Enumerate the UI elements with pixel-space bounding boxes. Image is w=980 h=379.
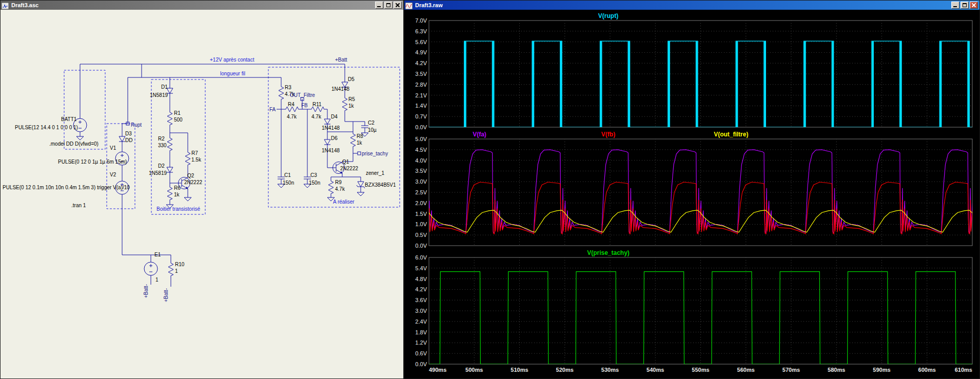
diode-d6-symbol	[324, 136, 330, 148]
schematic-label: PULSE(12 14.4 0 1 0 0 0 1)	[15, 125, 78, 130]
schematic-label: R11	[312, 102, 322, 107]
diode-d2-symbol	[167, 164, 173, 176]
y-tick-label: 0.0V	[415, 361, 427, 367]
schematic-window-titlebar[interactable]: Draft3.asc	[1, 1, 403, 10]
schematic-label: 1k	[348, 103, 355, 109]
maximize-button[interactable]	[384, 2, 393, 9]
y-tick-label: 6.0V	[415, 254, 427, 261]
x-tick-label: 520ms	[556, 367, 574, 373]
close-button[interactable]	[970, 2, 978, 9]
trace-vrupt	[404, 41, 979, 127]
y-tick-label: 1.8V	[415, 329, 427, 335]
schematic-label: R9	[335, 179, 342, 185]
trace-vprise_tachy	[404, 272, 979, 364]
schematic-label: 1	[175, 268, 178, 274]
pane-title: V(rupt)	[598, 12, 618, 19]
x-tick-label: 510ms	[511, 367, 528, 373]
waveform-plot-canvas[interactable]: V(rupt)0.0V0.7V1.4V2.1V2.8V3.5V4.2V4.9V5…	[404, 10, 979, 378]
y-tick-label: 1.0V	[415, 221, 427, 227]
schematic-label: .tran 1	[71, 203, 86, 208]
schematic-label: R1	[174, 110, 181, 116]
minimize-button[interactable]	[375, 2, 383, 9]
schematic-window-title: Draft3.asc	[10, 2, 374, 8]
waveform-client-area[interactable]: V(rupt)0.0V0.7V1.4V2.1V2.8V3.5V4.2V4.9V5…	[404, 10, 979, 378]
schematic-file-icon	[2, 2, 9, 9]
waveform-window-title: Draft3.raw	[414, 2, 950, 8]
schematic-label: Q1	[342, 159, 349, 165]
schematic-label: zener_1	[366, 170, 385, 176]
resistor-r11-symbol	[309, 107, 326, 112]
y-tick-label: 1.2V	[415, 340, 427, 346]
y-tick-label: 0.7V	[415, 113, 427, 119]
schematic-label: R7	[191, 150, 198, 156]
schematic-label: 4.7k	[287, 114, 297, 119]
waveform-file-icon	[405, 2, 413, 9]
schematic-label: R4	[288, 102, 295, 107]
schematic-label: longueur fil	[220, 71, 245, 76]
schematic-label: BZX384B5V1	[365, 182, 396, 188]
trace-vfa	[404, 150, 979, 233]
schematic-label: BATT1	[61, 116, 77, 122]
close-button[interactable]	[394, 2, 402, 9]
x-tick-label: 560ms	[737, 367, 755, 373]
schematic-label: prise_tachy	[362, 151, 388, 156]
y-tick-label: 7.0V	[415, 17, 427, 24]
y-tick-label: 5.4V	[415, 265, 427, 271]
y-tick-label: 2.1V	[415, 92, 427, 98]
schematic-label: R5	[348, 96, 355, 102]
schematic-label: 1N5819	[149, 170, 167, 176]
schematic-label: 150n	[309, 180, 320, 186]
schematic-label: R8	[357, 133, 363, 139]
schematic-label: D6	[331, 135, 338, 141]
waveform-window: Draft3.raw V(rupt)0.0V0.7V1.4V2.1V2.8V3.…	[404, 0, 980, 379]
schematic-label: D5	[348, 76, 355, 82]
pane-title: V(out_filtre)	[714, 131, 748, 138]
y-tick-label: 4.0V	[415, 157, 427, 164]
schematic-label: 150n	[283, 180, 294, 186]
pane-title: V(prise_tachy)	[587, 249, 630, 256]
net-flag-prise-tachy	[358, 152, 361, 155]
y-tick-label: 6.3V	[415, 28, 427, 34]
schematic-label: FB	[301, 103, 308, 108]
x-tick-label: 550ms	[692, 367, 709, 373]
schematic-label: C2	[368, 120, 375, 126]
schematic-client-area[interactable]: +12V après contactlongueur fil+BattBATT1…	[1, 10, 403, 378]
y-tick-label: 3.5V	[415, 168, 427, 174]
schematic-label: 1	[155, 277, 159, 283]
schematic-label: PULSE(0 12 0.1m 10n 10n 0.4m 1.5m 3) tri…	[3, 185, 130, 190]
y-tick-label: 3.6V	[415, 297, 427, 303]
y-tick-label: 4.5V	[415, 147, 427, 153]
y-tick-label: 1.5V	[415, 211, 427, 217]
schematic-label: 1N5819	[150, 92, 168, 98]
y-tick-label: 5.6V	[415, 39, 427, 45]
schematic-label: E1	[154, 252, 161, 257]
maximize-button[interactable]	[961, 2, 969, 9]
schematic-label: R6	[174, 185, 181, 191]
zener-diode-symbol	[357, 178, 365, 190]
schematic-canvas[interactable]: +12V après contactlongueur fil+BattBATT1…	[1, 10, 403, 378]
x-tick-label: 580ms	[828, 367, 845, 373]
trace-vfb	[404, 182, 979, 234]
waveform-window-titlebar[interactable]: Draft3.raw	[404, 1, 979, 10]
pane-title: V(fa)	[473, 131, 486, 138]
schematic-label: 1.5k	[191, 157, 202, 163]
x-tick-label: 500ms	[465, 367, 483, 373]
schematic-label: R3	[285, 85, 291, 90]
x-tick-label: 530ms	[601, 367, 619, 373]
minimize-button[interactable]	[951, 2, 959, 9]
schematic-label: Boitier transistorisé	[156, 206, 200, 212]
schematic-label: FA	[269, 107, 276, 112]
resistor-r7-symbol	[185, 150, 190, 167]
schematic-label: D2	[158, 163, 165, 169]
schematic-label: 10µ	[368, 127, 377, 133]
schematic-label: +12V après contact	[210, 57, 254, 63]
schematic-label: C1	[284, 172, 291, 178]
resistor-r8-symbol	[350, 132, 356, 148]
y-tick-label: 3.0V	[415, 178, 427, 185]
schematic-label: D3	[125, 131, 132, 136]
schematic-label: 1N4148	[322, 125, 340, 131]
resistor-r3-symbol	[279, 85, 284, 101]
y-tick-label: 3.5V	[415, 71, 427, 77]
schematic-label: +Batt	[335, 57, 347, 63]
schematic-label: 2N2222	[184, 179, 202, 185]
